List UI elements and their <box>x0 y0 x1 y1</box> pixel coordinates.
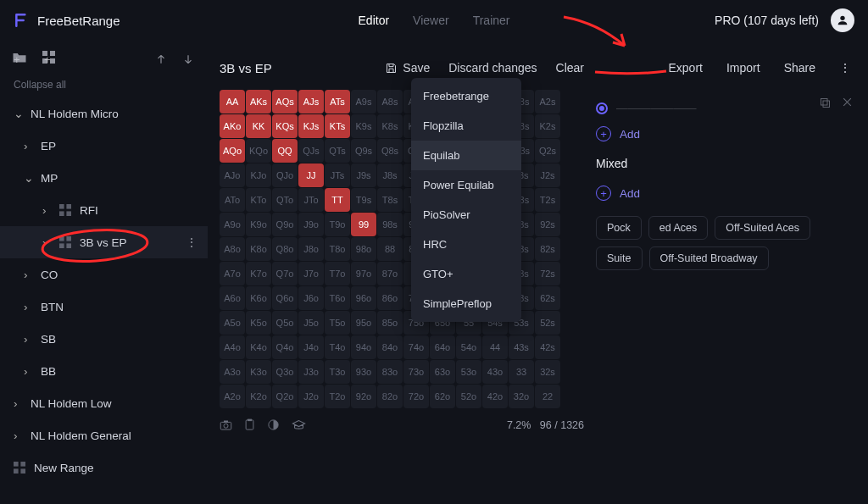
tree-item[interactable]: ›EP <box>0 130 208 162</box>
hand-cell[interactable]: 32s <box>535 360 560 384</box>
hand-cell[interactable]: K8o <box>246 237 271 261</box>
hand-cell[interactable]: KJs <box>298 114 324 138</box>
hand-cell[interactable]: 98o <box>351 237 376 261</box>
hand-cell[interactable]: A4o <box>220 335 245 359</box>
hand-cell[interactable]: A3o <box>220 360 245 384</box>
tree-item[interactable]: ›BB <box>0 355 208 387</box>
hand-cell[interactable]: A7o <box>220 262 245 285</box>
hand-cell[interactable]: 54o <box>456 335 481 359</box>
hand-cell[interactable]: J2o <box>298 385 324 408</box>
hand-cell[interactable]: 62o <box>430 385 455 408</box>
hand-cell[interactable]: 99 <box>351 213 376 236</box>
hand-cell[interactable]: K6o <box>246 286 271 310</box>
arrow-up-icon[interactable] <box>155 53 167 65</box>
hand-cell[interactable]: Q8s <box>377 139 403 163</box>
hand-cell[interactable]: Q6o <box>272 286 298 310</box>
chip[interactable]: Suite <box>596 246 643 270</box>
graduation-icon[interactable] <box>292 419 306 430</box>
hand-cell[interactable]: J9o <box>298 213 324 236</box>
hand-cell[interactable]: 84o <box>377 335 403 359</box>
hand-cell[interactable]: 43s <box>509 335 534 359</box>
hand-cell[interactable]: Q2o <box>272 385 298 408</box>
hand-cell[interactable]: Q9o <box>272 213 298 236</box>
share-button[interactable]: Share <box>784 61 815 75</box>
save-button[interactable]: Save <box>385 61 430 75</box>
hand-cell[interactable]: 85o <box>377 311 403 335</box>
hand-cell[interactable]: KJo <box>246 163 271 187</box>
nav-viewer[interactable]: Viewer <box>413 14 449 27</box>
hand-cell[interactable]: J9s <box>351 163 376 187</box>
hand-cell[interactable]: AJo <box>220 163 245 187</box>
hand-cell[interactable]: AKs <box>246 90 271 114</box>
hand-cell[interactable]: QTo <box>272 188 298 212</box>
export-button[interactable]: Export <box>668 61 702 75</box>
new-grid-button[interactable]: + <box>44 51 57 67</box>
hand-cell[interactable]: 97o <box>351 262 376 285</box>
hand-matrix[interactable]: AAAKsAQsAJsATsA9sA8sA7sA6sA5sA4sA3sA2sAK… <box>220 90 584 408</box>
new-range-button[interactable]: New Range <box>0 451 208 484</box>
hand-cell[interactable]: K7o <box>246 262 271 285</box>
tree-subitem[interactable]: › RFI <box>0 194 208 226</box>
clear-button[interactable]: Clear <box>556 61 584 75</box>
tree-subitem-selected[interactable]: › 3B vs EP ⋮ <box>0 226 208 258</box>
hand-cell[interactable]: J4o <box>298 335 324 359</box>
export-option[interactable]: HRC <box>411 230 521 259</box>
camera-icon[interactable] <box>220 419 232 430</box>
hand-cell[interactable]: T9s <box>351 188 376 212</box>
hand-cell[interactable]: A2s <box>535 90 560 114</box>
hand-cell[interactable]: T6o <box>325 286 350 310</box>
hand-cell[interactable]: 86o <box>377 286 403 310</box>
tree-item[interactable]: ›BTN <box>0 291 208 323</box>
hand-cell[interactable]: Q2s <box>535 139 560 163</box>
more-icon[interactable]: ⋮ <box>186 235 198 249</box>
hand-cell[interactable]: Q5o <box>272 311 298 335</box>
hand-cell[interactable]: J6o <box>298 286 324 310</box>
hand-cell[interactable]: QTs <box>325 139 350 163</box>
hand-cell[interactable]: 43o <box>482 360 508 384</box>
hand-cell[interactable]: QQ <box>272 139 298 163</box>
hand-cell[interactable]: 52s <box>535 311 560 335</box>
hand-cell[interactable]: K3o <box>246 360 271 384</box>
chip[interactable]: ed Aces <box>648 216 708 240</box>
hand-cell[interactable]: KTo <box>246 188 271 212</box>
hand-cell[interactable]: T5o <box>325 311 350 335</box>
discard-button[interactable]: Discard changes <box>448 61 537 75</box>
hand-cell[interactable]: T9o <box>325 213 350 236</box>
export-option[interactable]: Power Equilab <box>411 170 521 200</box>
kebab-icon[interactable]: ⋮ <box>839 61 851 75</box>
nav-editor[interactable]: Editor <box>359 14 390 27</box>
hand-cell[interactable]: K9s <box>351 114 376 138</box>
hand-cell[interactable]: KTs <box>325 114 350 138</box>
tree-item[interactable]: ›SB <box>0 323 208 355</box>
hand-cell[interactable]: 42o <box>482 385 508 408</box>
hand-cell[interactable]: K4o <box>246 335 271 359</box>
hand-cell[interactable]: JTo <box>298 188 324 212</box>
hand-cell[interactable]: 95o <box>351 311 376 335</box>
hand-cell[interactable]: 64o <box>430 335 455 359</box>
chip[interactable]: Off-Suited Broadway <box>649 246 769 270</box>
hand-cell[interactable]: JTs <box>325 163 350 187</box>
hand-cell[interactable]: J8s <box>377 163 403 187</box>
hand-cell[interactable]: 33 <box>509 360 534 384</box>
hand-cell[interactable]: KQs <box>272 114 298 138</box>
hand-cell[interactable]: ATo <box>220 188 245 212</box>
import-button[interactable]: Import <box>726 61 760 75</box>
hand-cell[interactable]: 44 <box>482 335 508 359</box>
hand-cell[interactable]: Q8o <box>272 237 298 261</box>
hand-cell[interactable]: KQo <box>246 139 271 163</box>
hand-cell[interactable]: 53o <box>456 360 481 384</box>
arrow-down-icon[interactable] <box>182 53 194 65</box>
hand-cell[interactable]: A5o <box>220 311 245 335</box>
hand-cell[interactable]: A8s <box>377 90 403 114</box>
hand-cell[interactable]: 22 <box>535 385 560 408</box>
hand-cell[interactable]: AQs <box>272 90 298 114</box>
hand-cell[interactable]: A2o <box>220 385 245 408</box>
action-radio[interactable]: ——————— <box>596 102 856 114</box>
hand-cell[interactable]: 83o <box>377 360 403 384</box>
hand-cell[interactable]: QJs <box>298 139 324 163</box>
hand-cell[interactable]: 73o <box>403 360 429 384</box>
hand-cell[interactable]: 82o <box>377 385 403 408</box>
export-option[interactable]: SimplePreflop <box>411 289 521 318</box>
clipboard-icon[interactable] <box>244 418 255 431</box>
hand-cell[interactable]: QJo <box>272 163 298 187</box>
